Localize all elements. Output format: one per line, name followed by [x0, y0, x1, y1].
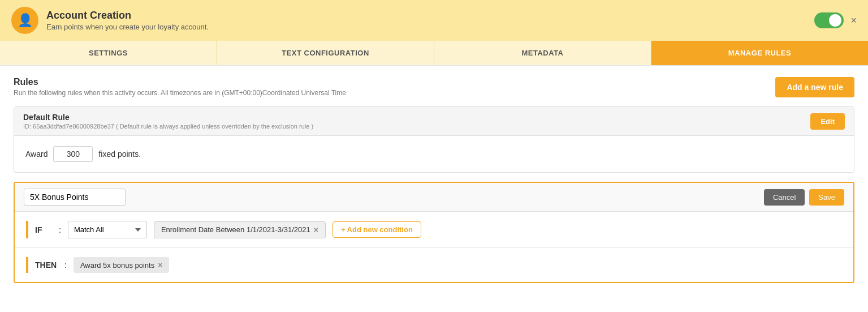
- bonus-rule-actions: Cancel Save: [764, 189, 844, 206]
- action-badge: Award 5x bonus points ×: [74, 257, 169, 273]
- then-row: THEN : Award 5x bonus points ×: [26, 257, 842, 273]
- default-rule-card: Default Rule ID: 65aa3ddfad7e86000928be3…: [14, 106, 854, 173]
- default-rule-info: Default Rule ID: 65aa3ddfad7e86000928be3…: [23, 113, 313, 130]
- tab-manage-rules[interactable]: MANAGE RULES: [651, 41, 868, 65]
- header-info: Account Creation Earn points when you cr…: [46, 10, 209, 31]
- tab-metadata[interactable]: METADATA: [434, 41, 651, 65]
- if-colon: :: [59, 225, 61, 234]
- if-block: IF : Match All Match Any Enrollment Date…: [15, 212, 853, 248]
- if-row: IF : Match All Match Any Enrollment Date…: [26, 221, 842, 238]
- then-colon: :: [64, 260, 67, 270]
- toggle-switch[interactable]: [814, 12, 844, 28]
- avatar: 👤: [11, 7, 38, 34]
- rules-info: Rules Run the following rules when this …: [14, 77, 346, 97]
- cancel-button[interactable]: Cancel: [764, 189, 805, 206]
- remove-action-button[interactable]: ×: [158, 260, 162, 270]
- points-suffix: fixed points.: [98, 149, 141, 159]
- tabs-bar: SETTINGS TEXT CONFIGURATION METADATA MAN…: [0, 41, 868, 66]
- if-label: IF: [35, 225, 52, 234]
- default-rule-id: ID: 65aa3ddfad7e86000928be37 ( Default r…: [23, 123, 313, 130]
- header-left: 👤 Account Creation Earn points when you …: [11, 7, 209, 34]
- award-label: Award: [25, 149, 47, 159]
- add-new-rule-button[interactable]: Add a new rule: [775, 77, 854, 97]
- close-button[interactable]: ×: [850, 15, 857, 27]
- toggle-knob: [829, 14, 841, 27]
- page-subtitle: Earn points when you create your loyalty…: [46, 23, 209, 31]
- page-title: Account Creation: [46, 10, 209, 22]
- condition-text: Enrollment Date Between 1/1/2021-3/31/20…: [161, 225, 310, 234]
- main-content: Rules Run the following rules when this …: [0, 66, 868, 294]
- header: 👤 Account Creation Earn points when you …: [0, 0, 868, 41]
- default-rule-title: Default Rule: [23, 113, 313, 122]
- action-text: Award 5x bonus points: [80, 261, 154, 270]
- condition-badge: Enrollment Date Between 1/1/2021-3/31/20…: [154, 221, 326, 238]
- points-input[interactable]: [53, 146, 93, 162]
- match-all-select[interactable]: Match All Match Any: [68, 221, 147, 238]
- default-rule-header: Default Rule ID: 65aa3ddfad7e86000928be3…: [14, 107, 854, 136]
- rules-subtitle: Run the following rules when this activi…: [14, 89, 346, 97]
- bonus-rule-header: Cancel Save: [15, 183, 853, 212]
- bonus-rule-card: Cancel Save IF : Match All Match Any Enr…: [14, 182, 854, 283]
- then-block: THEN : Award 5x bonus points ×: [15, 248, 853, 282]
- header-controls: ×: [814, 12, 857, 28]
- rules-title: Rules: [14, 77, 346, 87]
- then-label: THEN: [35, 260, 58, 270]
- edit-default-rule-button[interactable]: Edit: [810, 113, 845, 130]
- remove-condition-button[interactable]: ×: [314, 225, 318, 234]
- default-rule-body: Award fixed points.: [14, 136, 854, 172]
- save-button[interactable]: Save: [809, 189, 844, 206]
- rules-header: Rules Run the following rules when this …: [14, 77, 854, 97]
- tab-settings[interactable]: SETTINGS: [0, 41, 217, 65]
- bonus-rule-name-input[interactable]: [24, 189, 126, 206]
- tab-text-configuration[interactable]: TEXT CONFIGURATION: [217, 41, 434, 65]
- add-condition-button[interactable]: + Add new condition: [332, 221, 421, 238]
